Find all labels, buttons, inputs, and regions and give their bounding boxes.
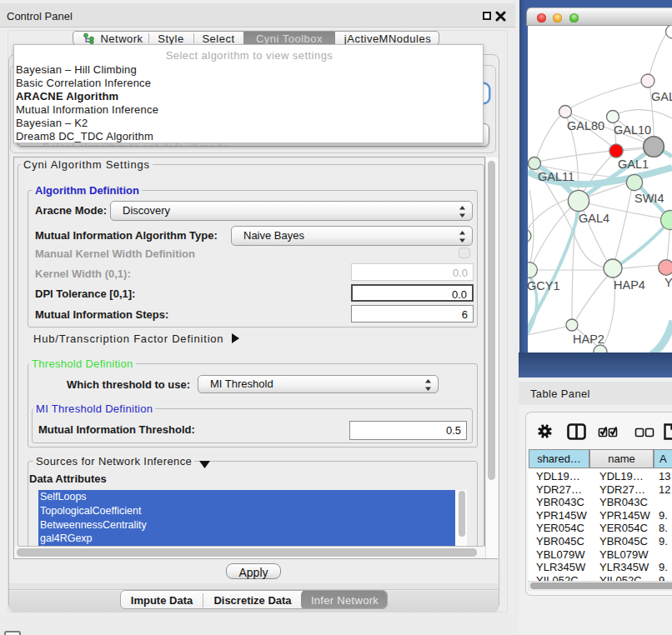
svg-text:GAL10: GAL10	[614, 123, 651, 137]
svg-text:HAP4: HAP4	[614, 278, 645, 292]
svg-text:GAL11: GAL11	[538, 170, 574, 183]
svg-text:GAL80: GAL80	[567, 119, 604, 132]
svg-text:GAL4: GAL4	[579, 212, 609, 225]
svg-text:GAL1: GAL1	[618, 158, 649, 171]
svg-text:HAP2: HAP2	[573, 332, 604, 346]
svg-text:GAL: GAL	[651, 90, 672, 103]
svg-text:Y: Y	[664, 276, 672, 289]
svg-text:SWI4: SWI4	[634, 192, 664, 205]
svg-text:GCY1: GCY1	[528, 279, 560, 292]
